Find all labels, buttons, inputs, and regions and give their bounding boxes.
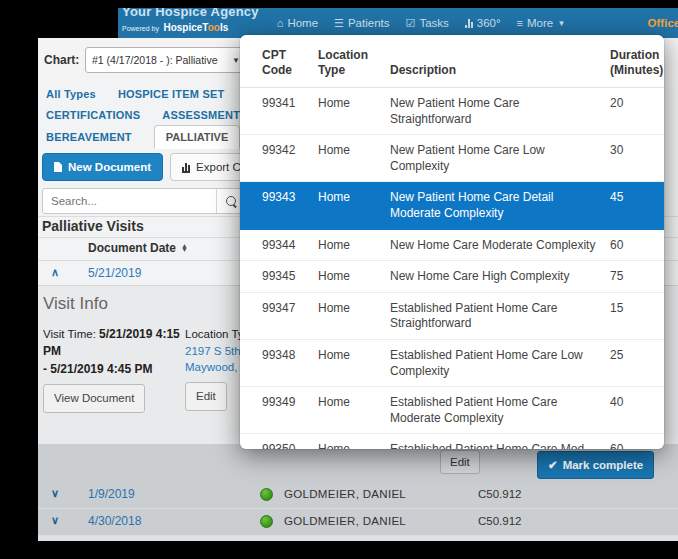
view-document-button[interactable]: View Document xyxy=(43,384,145,413)
cpt-row-99348[interactable]: 99348 Home Established Patient Home Care… xyxy=(240,339,664,386)
tab-hospice-item-set[interactable]: HOSPICE ITEM SET xyxy=(118,88,225,100)
cpt-row-99344[interactable]: 99344 Home New Home Care Moderate Comple… xyxy=(240,229,664,261)
cpt-row-99349[interactable]: 99349 Home Established Patient Home Care… xyxy=(240,387,664,434)
visit-date-link[interactable]: 1/9/2019 xyxy=(88,487,135,501)
table-row: ∨ 1/9/2019 GOLDMEIER, DANIEL C50.912 xyxy=(38,481,678,509)
new-document-button[interactable]: New Document xyxy=(42,153,163,181)
chevron-up-icon[interactable]: ∧ xyxy=(51,266,59,279)
visit-time-block: Visit Time: 5/21/2019 4:15 PM - 5/21/201… xyxy=(43,326,195,413)
col-header-description: Description xyxy=(386,35,606,88)
visit-date-link[interactable]: 4/30/2018 xyxy=(88,514,141,528)
section-title: Palliative Visits xyxy=(42,218,144,234)
search-input[interactable] xyxy=(43,195,216,207)
cpt-row-99350[interactable]: 99350 Home Established Patient Home Care… xyxy=(240,434,664,449)
tab-assessments[interactable]: ASSESSMENTS xyxy=(162,109,247,121)
patients-list-icon: ☰ xyxy=(334,18,344,29)
nav-360[interactable]: 360° xyxy=(465,17,501,29)
diagnosis-code: C50.912 xyxy=(478,515,521,527)
table-row: ∨ 4/30/2018 GOLDMEIER, DANIEL C50.912 xyxy=(38,508,678,536)
file-icon xyxy=(54,162,62,172)
screenshot-canvas: Chart: #1 (4/17/2018 - ): Palliative ▼ A… xyxy=(0,0,678,559)
chevron-down-icon: ▼ xyxy=(232,56,240,65)
nav-patients[interactable]: ☰ Patients xyxy=(334,17,389,29)
visit-date-link[interactable]: 5/21/2019 xyxy=(88,266,141,280)
cpt-row-99345[interactable]: 99345 Home New Home Care High Complexity… xyxy=(240,261,664,293)
col-header-duration: Duration (Minutes) xyxy=(606,35,664,88)
visit-time-label: Visit Time: xyxy=(43,328,99,340)
patient-name: GOLDMEIER, DANIEL xyxy=(284,515,406,527)
cpt-row-99342[interactable]: 99342 Home New Patient Home Care Low Com… xyxy=(240,135,664,182)
status-dot-green xyxy=(260,515,273,528)
brand: Your Hospice Agency Powered by HospiceTo… xyxy=(122,8,259,35)
diagnosis-code: C50.912 xyxy=(478,488,521,500)
tasks-check-icon: ☑ xyxy=(406,18,416,29)
visit-time-end: - 5/21/2019 4:45 PM xyxy=(43,361,195,378)
tab-palliative-active[interactable]: PALLIATIVE xyxy=(154,125,241,149)
nav-more[interactable]: ≡ More ▾ xyxy=(517,17,564,29)
menu-icon: ≡ xyxy=(517,18,523,29)
check-icon: ✔ xyxy=(548,458,558,472)
cpt-code-table: CPT Code Location Type Description Durat… xyxy=(240,35,664,449)
nav-tasks[interactable]: ☑ Tasks xyxy=(406,17,449,29)
export-chart-icon xyxy=(182,162,190,173)
search-icon xyxy=(226,196,236,206)
chevron-down-icon[interactable]: ∨ xyxy=(51,487,59,500)
chevron-down-icon: ▾ xyxy=(559,18,564,28)
bar-chart-icon xyxy=(465,19,473,28)
patient-name: GOLDMEIER, DANIEL xyxy=(284,488,406,500)
search-box xyxy=(42,188,246,214)
nav-menu: ⌂ Home ☰ Patients ☑ Tasks 360° ≡ More ▾ xyxy=(277,17,564,29)
toolbar: New Document Export Chart xyxy=(42,153,273,181)
cpt-code-modal: CPT Code Location Type Description Durat… xyxy=(240,35,664,449)
visit-info-title: Visit Info xyxy=(43,294,108,314)
tab-certifications[interactable]: CERTIFICATIONS xyxy=(46,109,140,121)
document-date-header[interactable]: Document Date ▲▼ xyxy=(88,241,188,255)
home-icon: ⌂ xyxy=(277,18,284,29)
chart-select-value: #1 (4/17/2018 - ): Palliative xyxy=(92,54,218,66)
tab-all-types[interactable]: All Types xyxy=(46,88,96,100)
edit-location-button[interactable]: Edit xyxy=(185,382,227,411)
powered-by-label: Powered by xyxy=(122,25,159,32)
visits-table-lower: Edit ✔ Mark complete ∨ 1/9/2019 GOLDMEIE… xyxy=(38,444,678,541)
chart-select[interactable]: #1 (4/17/2018 - ): Palliative ▼ xyxy=(85,47,247,73)
status-dot-green xyxy=(260,488,273,501)
cpt-row-99343-selected[interactable]: 99343 Home New Patient Home Care Detail … xyxy=(240,182,664,229)
tab-bereavement[interactable]: BEREAVEMENT xyxy=(46,131,132,143)
edit-button[interactable]: Edit xyxy=(440,450,480,474)
cpt-row-99347[interactable]: 99347 Home Established Patient Home Care… xyxy=(240,292,664,339)
agency-name: Your Hospice Agency xyxy=(122,8,259,18)
hospicetools-logo: HospiceTools xyxy=(163,22,228,33)
chevron-down-icon[interactable]: ∨ xyxy=(51,514,59,527)
cpt-row-99341[interactable]: 99341 Home New Patient Home Care Straigh… xyxy=(240,88,664,135)
table-header-row: CPT Code Location Type Description Durat… xyxy=(240,35,664,88)
nav-home[interactable]: ⌂ Home xyxy=(277,17,318,29)
top-navbar: Your Hospice Agency Powered by HospiceTo… xyxy=(118,8,678,38)
col-header-cpt-code: CPT Code xyxy=(240,35,314,88)
sort-icon[interactable]: ▲▼ xyxy=(181,244,188,252)
divider xyxy=(38,536,678,541)
chart-label: Chart: xyxy=(44,53,79,67)
col-header-location-type: Location Type xyxy=(314,35,386,88)
office-label: Office: xyxy=(648,17,678,29)
mark-complete-button[interactable]: ✔ Mark complete xyxy=(537,451,654,479)
